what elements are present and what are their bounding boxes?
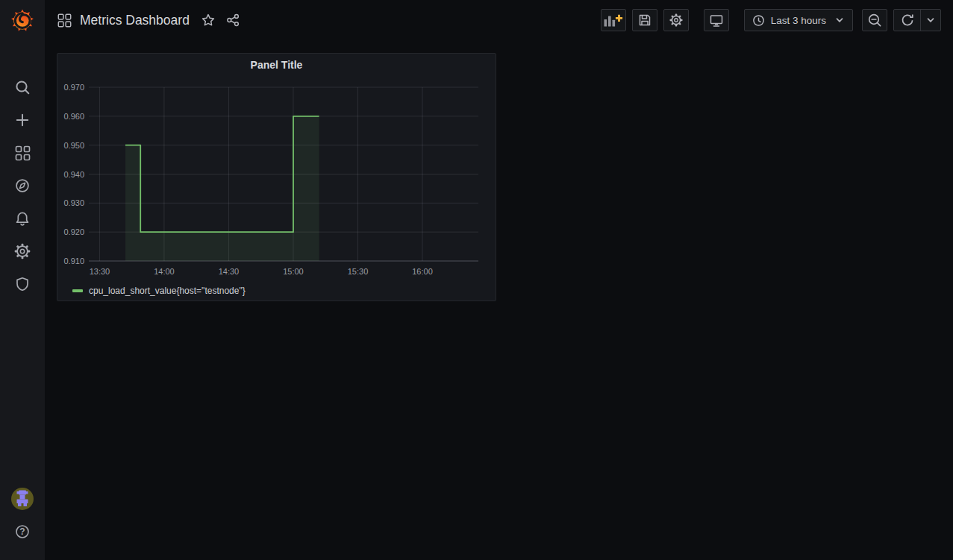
svg-text:0.940: 0.940 xyxy=(63,170,84,179)
bell-icon xyxy=(14,210,31,227)
legend-series-label: cpu_load_short_value{host="testnode"} xyxy=(89,286,246,296)
svg-text:0.920: 0.920 xyxy=(63,227,84,236)
share-icon[interactable] xyxy=(226,13,240,27)
svg-text:?: ? xyxy=(19,526,25,537)
save-dashboard-button[interactable] xyxy=(632,9,657,31)
help-circle-icon: ? xyxy=(14,523,31,540)
header-left: Metrics Dashboard xyxy=(57,13,240,28)
refresh-interval-caret[interactable] xyxy=(921,10,940,31)
refresh-icon xyxy=(900,13,915,28)
svg-text:14:00: 14:00 xyxy=(154,267,175,276)
dashboard-settings-button[interactable] xyxy=(663,9,689,31)
clock-icon xyxy=(752,14,765,27)
panel-header[interactable]: Panel Title xyxy=(57,54,496,76)
cycle-view-mode-button[interactable] xyxy=(704,9,729,31)
refresh-button[interactable] xyxy=(894,10,920,31)
magnifier-minus-icon xyxy=(867,13,882,28)
user-profile-button[interactable] xyxy=(0,482,45,515)
svg-text:0.910: 0.910 xyxy=(63,257,84,265)
sidebar-item-search[interactable] xyxy=(0,71,45,104)
chevron-down-icon xyxy=(925,15,936,25)
legend-series-dash xyxy=(72,289,83,292)
chevron-down-icon xyxy=(834,15,845,25)
refresh-split-button xyxy=(893,9,941,31)
page-title[interactable]: Metrics Dashboard xyxy=(80,13,190,28)
star-icon[interactable] xyxy=(201,13,215,27)
gear-icon xyxy=(669,13,683,27)
svg-text:0.950: 0.950 xyxy=(63,141,84,150)
time-series-chart[interactable]: 0.9700.9600.9500.9400.9300.9200.91013:30… xyxy=(57,76,496,279)
svg-text:15:30: 15:30 xyxy=(348,267,369,276)
add-panel-icon xyxy=(603,13,623,28)
header-toolbar: Last 3 hours xyxy=(601,9,941,31)
gear-icon xyxy=(14,243,31,259)
panel-title: Panel Title xyxy=(251,59,303,71)
save-icon xyxy=(637,13,652,28)
svg-text:14:30: 14:30 xyxy=(219,267,240,276)
panel: Panel Title 0.9700.9600.9500.9400.9300.9… xyxy=(57,53,496,301)
grafana-logo[interactable] xyxy=(0,0,45,40)
sidebar-bottom: ? xyxy=(0,482,45,548)
search-icon xyxy=(14,79,31,95)
time-range-label: Last 3 hours xyxy=(771,15,826,26)
dashboard-header: Metrics Dashboard xyxy=(45,0,953,40)
plus-icon xyxy=(15,113,30,128)
apps-grid-icon[interactable] xyxy=(57,13,72,28)
svg-text:16:00: 16:00 xyxy=(412,267,433,276)
legend-item[interactable]: cpu_load_short_value{host="testnode"} xyxy=(72,283,246,298)
sidebar-item-explore[interactable] xyxy=(0,169,45,202)
svg-text:15:00: 15:00 xyxy=(283,267,304,276)
sidebar-nav xyxy=(0,71,45,301)
svg-text:0.970: 0.970 xyxy=(63,83,84,92)
user-avatar xyxy=(11,488,34,510)
time-range-picker[interactable]: Last 3 hours xyxy=(744,9,853,31)
monitor-icon xyxy=(709,13,724,28)
svg-text:13:30: 13:30 xyxy=(90,267,110,276)
sidebar-item-create[interactable] xyxy=(0,104,45,136)
add-panel-button[interactable] xyxy=(601,9,626,31)
dashboards-grid-icon xyxy=(15,145,31,161)
svg-text:0.930: 0.930 xyxy=(63,198,84,207)
compass-icon xyxy=(14,177,31,194)
sidebar-item-server-admin[interactable] xyxy=(0,268,45,301)
sidebar-item-configuration[interactable] xyxy=(0,235,45,268)
svg-text:0.960: 0.960 xyxy=(63,112,84,121)
sidebar-item-dashboards[interactable] xyxy=(0,136,45,169)
shield-icon xyxy=(14,276,31,292)
sidebar-item-alerting[interactable] xyxy=(0,202,45,235)
help-button[interactable]: ? xyxy=(0,515,45,548)
sidebar: ? xyxy=(0,0,45,560)
zoom-out-time-button[interactable] xyxy=(862,9,887,31)
